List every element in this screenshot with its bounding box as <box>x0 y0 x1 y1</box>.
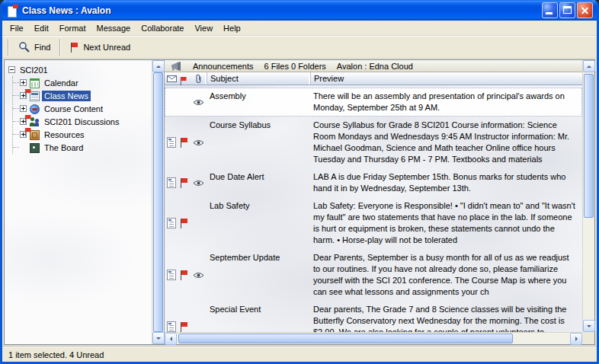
column-subject[interactable]: Subject <box>207 72 310 85</box>
tree-item[interactable]: Resources <box>13 128 152 141</box>
message-list-pane: Announcements 6 Files 0 Folders Avalon :… <box>165 60 594 344</box>
message-icon <box>167 321 176 332</box>
message-preview: Dear Parents, September is a busy month … <box>310 252 582 298</box>
tree-children: Calendar Class News Course Content SCI20… <box>12 76 152 154</box>
message-icon <box>167 218 176 228</box>
menu-item[interactable]: Format <box>54 21 91 35</box>
file-folder-counts: 6 Files 0 Folders <box>264 62 326 71</box>
message-row[interactable]: Due Date Alert LAB A is due Friday Septe… <box>165 168 582 197</box>
menu-item[interactable]: Help <box>218 21 246 35</box>
arrow-up-icon <box>587 63 591 68</box>
unread-flag-icon <box>180 219 189 228</box>
scrollbar-track[interactable] <box>152 72 164 332</box>
message-subject: Due Date Alert <box>207 171 310 194</box>
message-row[interactable]: September Update Dear Parents, September… <box>165 249 582 301</box>
list-horizontal-scrollbar[interactable] <box>165 332 582 344</box>
column-preview[interactable]: Preview <box>310 72 582 85</box>
menu-item[interactable]: Message <box>91 21 136 35</box>
app-window: Class News : Avalon FileEditFormatMessag… <box>0 0 599 364</box>
expand-toggle-icon[interactable] <box>20 105 27 112</box>
message-icon <box>167 137 176 148</box>
scrollbar-thumb[interactable] <box>584 74 594 218</box>
tree-root-item[interactable]: SCI201 <box>8 63 152 76</box>
message-row[interactable]: Assembly There will be an assembly and p… <box>165 88 582 117</box>
scroll-down-button[interactable] <box>583 320 595 332</box>
menu-item[interactable]: Collaborate <box>136 21 189 35</box>
tree-item[interactable]: Calendar <box>13 76 152 89</box>
window-title: Class News : Avalon <box>22 5 538 16</box>
board-icon <box>30 143 40 153</box>
unread-flag-icon <box>180 178 189 188</box>
column-unread-flag[interactable] <box>178 72 190 85</box>
tree-vertical-scrollbar[interactable] <box>152 60 164 344</box>
arrow-down-icon <box>587 325 591 330</box>
scroll-down-button[interactable] <box>152 332 165 344</box>
tree-item-label[interactable]: Resources <box>42 129 87 140</box>
menu-item[interactable]: File <box>5 21 29 35</box>
viewed-eye-icon <box>193 272 204 279</box>
next-unread-label: Next Unread <box>83 43 130 52</box>
tree-item-label[interactable]: The Board <box>42 142 85 153</box>
scroll-up-button[interactable] <box>583 60 595 72</box>
paperclip-icon <box>195 74 202 84</box>
envelope-icon <box>167 75 177 82</box>
message-list: Assembly There will be an assembly and p… <box>165 85 582 332</box>
message-row[interactable]: Special Event Dear parents, The Grade 7 … <box>165 301 582 332</box>
list-summary-bar: Announcements 6 Files 0 Folders Avalon :… <box>165 60 582 72</box>
message-subject: Lab Safety <box>207 200 310 246</box>
tree-item[interactable]: Class News <box>13 89 152 102</box>
viewed-eye-icon <box>193 180 204 187</box>
close-button[interactable] <box>577 2 593 18</box>
scroll-up-button[interactable] <box>152 60 165 72</box>
message-preview: Lab Safety: Everyone is Responsible! • "… <box>310 200 582 246</box>
app-icon <box>6 5 18 17</box>
tree-root-label[interactable]: SCI201 <box>18 65 50 75</box>
message-subject: September Update <box>207 252 310 298</box>
tree-item[interactable]: Course Content <box>13 102 152 115</box>
message-row[interactable]: Lab Safety Lab Safety: Everyone is Respo… <box>165 197 582 249</box>
search-icon <box>18 41 30 53</box>
tree-item-label[interactable]: Course Content <box>42 104 105 114</box>
list-vertical-scrollbar[interactable] <box>582 60 594 332</box>
minimize-button[interactable] <box>542 2 558 18</box>
arrow-up-icon <box>156 63 161 68</box>
maximize-button[interactable] <box>559 2 575 18</box>
viewed-eye-icon <box>193 99 204 106</box>
arrow-right-icon <box>575 337 580 341</box>
menu-bar: FileEditFormatMessageCollaborateViewHelp <box>2 21 597 36</box>
arrow-left-icon <box>168 337 172 341</box>
toolbar-separator <box>8 39 9 56</box>
toolbar-separator <box>59 39 61 56</box>
scrollbar-track[interactable] <box>177 333 570 344</box>
column-message-icon[interactable] <box>165 72 178 85</box>
unread-flag-icon <box>24 115 32 123</box>
collapse-toggle-icon[interactable] <box>8 66 15 73</box>
column-attachment[interactable] <box>190 72 207 85</box>
location-path: Avalon : Edna Cloud <box>337 62 413 71</box>
menu-item[interactable]: Edit <box>29 21 54 35</box>
scrollbar-thumb[interactable] <box>178 334 513 343</box>
scrollbar-thumb[interactable] <box>153 72 163 332</box>
tree-item-label[interactable]: Class News <box>42 91 91 101</box>
title-bar[interactable]: Class News : Avalon <box>2 0 597 21</box>
tree-item[interactable]: SCI201 Discussions <box>13 115 152 128</box>
scrollbar-track[interactable] <box>583 72 594 320</box>
folder-tree-pane: SCI201 Calendar Class News Course Conten… <box>5 60 165 344</box>
next-unread-button[interactable]: Next Unread <box>64 40 136 56</box>
unread-flag-icon <box>70 43 79 53</box>
tree-item-label[interactable]: SCI201 Discussions <box>42 117 121 127</box>
tree-item-label[interactable]: Calendar <box>42 78 81 88</box>
message-subject: Course Syllabus <box>207 120 310 165</box>
message-subject: Special Event <box>207 304 310 332</box>
scroll-right-button[interactable] <box>570 333 582 345</box>
message-preview: There will be an assembly and presentati… <box>310 91 582 113</box>
menu-item[interactable]: View <box>189 21 218 35</box>
find-button[interactable]: Find <box>12 38 56 56</box>
message-row[interactable]: Course Syllabus Course Syllabus for Grad… <box>165 117 582 168</box>
tree-item[interactable]: The Board <box>13 141 152 154</box>
expand-toggle-icon[interactable] <box>20 79 27 86</box>
main-split: SCI201 Calendar Class News Course Conten… <box>4 59 595 345</box>
status-bar: 1 item selected. 4 Unread <box>2 346 597 362</box>
scroll-left-button[interactable] <box>165 333 177 345</box>
unread-flag-icon <box>24 89 32 97</box>
